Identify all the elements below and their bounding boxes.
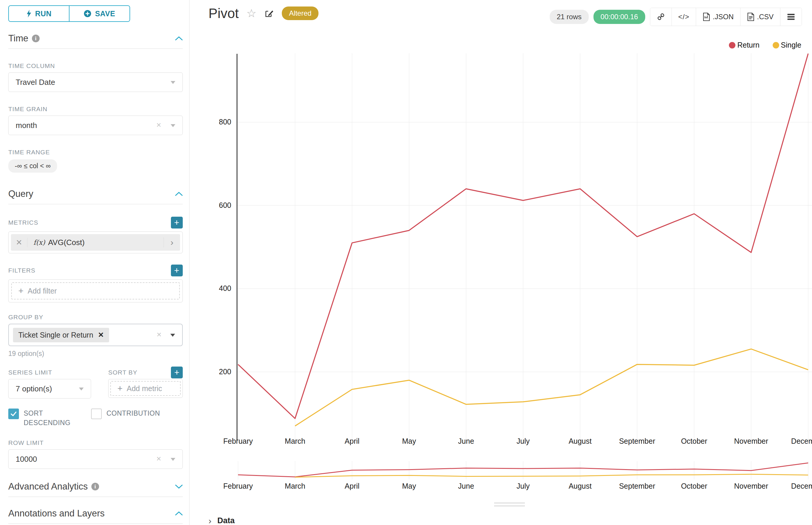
chevron-up-icon[interactable] xyxy=(175,192,183,196)
resize-handle[interactable] xyxy=(494,502,525,508)
y-axis-tick: 800 xyxy=(199,118,231,126)
share-link-button[interactable] xyxy=(650,8,671,26)
query-section-title: Query xyxy=(8,189,33,199)
x-axis-label: December xyxy=(791,482,812,491)
chevron-right-icon[interactable]: › xyxy=(163,237,180,247)
group-by-chip[interactable]: Ticket Single or Return ✕ xyxy=(13,328,109,342)
add-metric-label: Add metric xyxy=(127,384,162,393)
caret-down-icon xyxy=(170,334,175,337)
section-divider xyxy=(8,497,183,497)
brush-series-line-single xyxy=(295,474,808,477)
info-icon: i xyxy=(91,483,99,491)
x-axis-label: March xyxy=(285,437,305,446)
x-axis-label: August xyxy=(569,482,592,491)
legend-item-single[interactable]: Single xyxy=(773,41,802,49)
add-filter-dropzone[interactable]: + Add filter xyxy=(11,282,180,299)
add-metric-button[interactable]: + xyxy=(171,217,183,228)
section-divider xyxy=(8,48,183,49)
checkbox-checked-icon[interactable] xyxy=(8,408,19,419)
chevron-up-icon[interactable] xyxy=(175,511,183,516)
context-brush-chart[interactable] xyxy=(237,461,812,479)
code-icon: </> xyxy=(678,13,690,21)
data-expander-label: Data xyxy=(217,516,235,525)
save-button[interactable]: SAVE xyxy=(69,6,130,21)
time-grain-select[interactable]: month × xyxy=(8,116,183,135)
altered-badge[interactable]: Altered xyxy=(282,6,319,20)
bolt-icon xyxy=(26,10,32,17)
plus-circle-icon xyxy=(84,10,91,17)
view-query-button[interactable]: </> xyxy=(671,8,696,26)
chevron-up-icon[interactable] xyxy=(175,36,183,41)
group-by-select[interactable]: Ticket Single or Return ✕ × xyxy=(8,324,183,346)
export-json-label: .JSON xyxy=(713,13,734,21)
time-range-pill[interactable]: -∞ ≤ col < ∞ xyxy=(8,159,57,172)
time-column-select[interactable]: Travel Date xyxy=(8,72,183,92)
filters-box: + Add filter xyxy=(8,279,183,302)
data-expander[interactable]: › Data xyxy=(208,516,235,525)
series-limit-label: SERIES LIMIT xyxy=(8,369,91,376)
x-axis-label: March xyxy=(285,482,305,491)
add-filter-label: Add filter xyxy=(28,287,57,295)
control-sidebar: RUN SAVE Time i TIME COLUMN Travel Date xyxy=(0,0,190,525)
time-section-title: Time xyxy=(8,33,28,44)
legend-dot xyxy=(729,42,735,48)
x-axis-label: September xyxy=(619,437,655,446)
legend-label: Single xyxy=(781,41,802,49)
main-chart[interactable] xyxy=(237,53,812,440)
legend-item-return[interactable]: Return xyxy=(729,41,759,49)
explore-view: RUN SAVE Time i TIME COLUMN Travel Date xyxy=(0,0,812,525)
checkbox-unchecked-icon[interactable] xyxy=(91,408,102,419)
x-axis-label: September xyxy=(619,482,655,491)
sort-descending-label: SORT DESCENDING xyxy=(24,408,74,427)
favorite-star-icon[interactable]: ☆ xyxy=(246,8,256,19)
legend-dot xyxy=(773,42,779,48)
chevron-down-icon[interactable] xyxy=(175,484,183,489)
clear-icon[interactable]: × xyxy=(157,330,161,339)
y-axis-tick: 400 xyxy=(199,284,231,292)
legend-label: Return xyxy=(737,41,759,49)
chart-panel: Pivot ☆ Altered 21 rows 00:00:00.16 xyxy=(190,0,812,525)
edit-pencil-icon[interactable] xyxy=(264,8,274,18)
remove-metric-icon[interactable]: ✕ xyxy=(11,238,28,247)
export-csv-button[interactable]: .CSV xyxy=(740,8,780,26)
add-filter-button[interactable]: + xyxy=(171,265,183,276)
caret-down-icon xyxy=(171,124,175,127)
x-axis-label: February xyxy=(223,482,253,491)
row-limit-select[interactable]: 10000 × xyxy=(8,449,183,469)
clear-icon[interactable]: × xyxy=(157,454,161,464)
x-axis-label: June xyxy=(458,437,474,446)
link-icon xyxy=(657,13,665,21)
series-limit-select[interactable]: 7 option(s) xyxy=(8,379,91,399)
x-axis-label: August xyxy=(569,437,592,446)
contribution-label: CONTRIBUTION xyxy=(106,408,160,427)
time-section-header[interactable]: Time i xyxy=(8,33,183,44)
chart-menu-button[interactable] xyxy=(780,8,802,26)
sort-by-box: + Add metric xyxy=(108,379,183,398)
advanced-analytics-header[interactable]: Advanced Analytics i xyxy=(8,481,183,492)
x-axis-label: May xyxy=(402,482,416,491)
section-divider xyxy=(8,204,183,204)
x-axis-label: July xyxy=(517,437,530,446)
sort-descending-checkbox[interactable]: SORT DESCENDING xyxy=(8,408,91,427)
x-axis-label: November xyxy=(734,437,768,446)
annotations-header[interactable]: Annotations and Layers xyxy=(8,508,183,519)
add-sort-metric-dropzone[interactable]: + Add metric xyxy=(110,381,181,396)
clear-icon[interactable]: × xyxy=(157,120,161,130)
query-section-header[interactable]: Query xyxy=(8,189,183,199)
remove-chip-icon[interactable]: ✕ xyxy=(98,331,104,339)
group-by-label: GROUP BY xyxy=(8,314,183,321)
x-axis-label: October xyxy=(681,437,707,446)
row-limit-value: 10000 xyxy=(16,455,37,464)
run-save-group: RUN SAVE xyxy=(8,5,130,22)
y-axis-tick: 600 xyxy=(199,201,231,210)
chart-legend: ReturnSingle xyxy=(729,41,801,49)
caret-down-icon xyxy=(171,81,175,84)
x-axis-label: July xyxy=(517,482,530,491)
run-button[interactable]: RUN xyxy=(9,6,69,21)
x-axis-label: December xyxy=(791,437,812,446)
contribution-checkbox[interactable]: CONTRIBUTION xyxy=(91,408,160,427)
add-sort-metric-button[interactable]: + xyxy=(171,366,183,378)
series-limit-value: 7 option(s) xyxy=(16,384,52,393)
metric-pill[interactable]: ✕ f(x) AVG(Cost) › xyxy=(11,234,180,251)
export-json-button[interactable]: .JSON xyxy=(696,8,740,26)
